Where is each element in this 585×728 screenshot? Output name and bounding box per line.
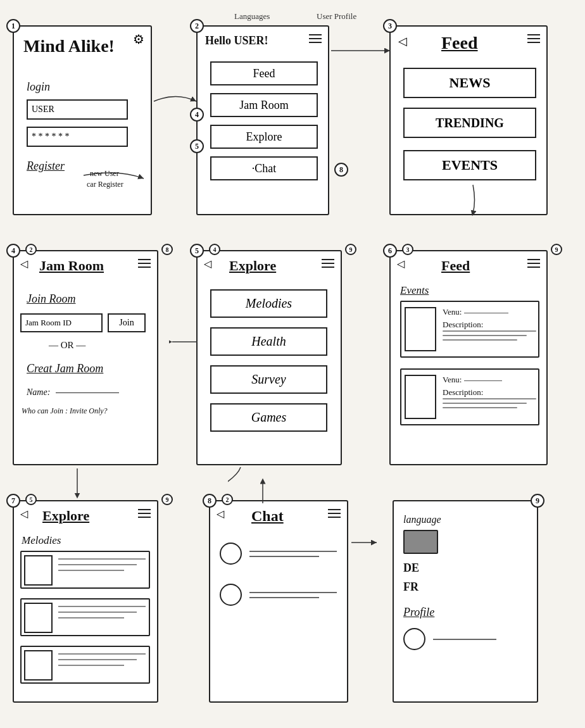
screen-5: 5 ◁ 4 9 Explore Melodies Health Survey G… xyxy=(196,250,342,465)
screen-7: 7 ◁ 5 9 Explore Melodies xyxy=(13,500,158,703)
screen-7-number: 7 xyxy=(6,494,20,508)
melody-card-2[interactable] xyxy=(20,598,150,636)
profile-line xyxy=(433,639,496,640)
screen-7-title: Explore xyxy=(42,508,89,524)
melody-thumb-1 xyxy=(24,555,53,586)
events-button[interactable]: EVENTS xyxy=(403,150,536,180)
badge-9-7: 9 xyxy=(161,494,173,505)
event-card-1: Venu: Description: xyxy=(400,301,539,358)
events-arrow xyxy=(454,182,492,220)
event-thumb-2 xyxy=(405,375,436,419)
badge-2-8: 2 xyxy=(222,494,233,505)
screen-1: 1 Mind Alike! ⚙ login USER * * * * * * R… xyxy=(13,25,152,215)
lang-fr[interactable]: FR xyxy=(403,581,418,594)
screen-4-title: Jam Room xyxy=(39,258,104,274)
chat-lines-1 xyxy=(249,551,337,557)
menu-icon-4[interactable] xyxy=(138,259,151,268)
jam-room-id-input[interactable]: Jam Room ID xyxy=(20,313,103,332)
badge-5-left: 5 xyxy=(190,139,204,153)
top-header-user: User Profile xyxy=(317,11,356,22)
menu-icon-8[interactable] xyxy=(328,509,341,518)
venue-2-label: Venu: xyxy=(443,375,502,385)
language-title: language xyxy=(403,514,441,525)
screen-4: 4 ◁ 2 8 Jam Room Join Room Jam Room ID J… xyxy=(13,250,158,465)
screen-6: 6 ◁ 3 9 Feed Events Venu: Description: xyxy=(389,250,548,465)
profile-avatar xyxy=(403,628,425,650)
menu-icon-7[interactable] xyxy=(138,509,151,518)
melody-card-1[interactable] xyxy=(20,551,150,589)
badge-4-5: 4 xyxy=(209,244,220,255)
password-input[interactable]: * * * * * * xyxy=(27,127,128,147)
new-user-label: new User xyxy=(90,169,119,179)
screen-8-title: Chat xyxy=(251,508,284,525)
chat-item-2[interactable] xyxy=(220,584,337,606)
lang-de[interactable]: DE xyxy=(403,562,419,575)
survey-btn[interactable]: Survey xyxy=(210,365,327,394)
register-link[interactable]: Register xyxy=(27,160,65,173)
melody-lines-2 xyxy=(58,606,146,618)
badge-4-left: 4 xyxy=(190,108,204,122)
event-thumb-1 xyxy=(405,307,436,351)
screen-1-number: 1 xyxy=(6,19,20,33)
screen-6-title: Feed xyxy=(441,258,470,274)
badge-8-right: 8 xyxy=(334,163,348,177)
back-icon-8[interactable]: ◁ xyxy=(217,508,224,520)
screen-2-number: 2 xyxy=(190,19,204,33)
menu-icon-6[interactable] xyxy=(527,259,540,268)
menu-icon-2[interactable] xyxy=(309,34,322,43)
melody-lines-3 xyxy=(58,653,146,666)
desc-1-label: Description: xyxy=(443,320,483,330)
melody-lines-1 xyxy=(58,558,146,571)
who-join-label: Who can Join : Invite Only? xyxy=(22,406,108,416)
explore-button[interactable]: Explore xyxy=(210,125,318,149)
trending-button[interactable]: TRENDING xyxy=(403,108,536,138)
screen-9-number: 9 xyxy=(531,494,544,508)
screen-5-title: Explore xyxy=(229,258,276,274)
language-flag-box xyxy=(403,530,438,554)
join-btn[interactable]: Join xyxy=(108,313,146,332)
health-arrow xyxy=(169,332,201,351)
screen-8: 8 ◁ 2 Chat xyxy=(209,500,348,703)
jam-room-button[interactable]: Jam Room xyxy=(210,93,318,117)
badge-9-5: 9 xyxy=(345,244,356,255)
health-btn[interactable]: Health xyxy=(210,327,327,356)
badge-5-7: 5 xyxy=(25,494,37,505)
car-register-label: car Register xyxy=(87,180,123,189)
desc-lines-1 xyxy=(443,330,536,341)
screen-3-title: Feed xyxy=(441,33,478,53)
back-icon-6[interactable]: ◁ xyxy=(397,258,405,270)
chat-lines-2 xyxy=(249,592,337,598)
login-label: login xyxy=(27,80,50,94)
create-jam-room-label[interactable]: Creat Jam Room xyxy=(27,362,103,375)
back-icon-4[interactable]: ◁ xyxy=(20,258,28,270)
screen-9: 9 language DE FR Profile xyxy=(393,500,538,703)
screen-3: 3 ◁ Feed NEWS TRENDING EVENTS xyxy=(389,25,548,215)
news-button[interactable]: NEWS xyxy=(403,68,536,98)
menu-icon-5[interactable] xyxy=(322,259,334,268)
profile-label[interactable]: Profile xyxy=(403,606,434,619)
join-room-label[interactable]: Join Room xyxy=(27,292,75,306)
melody-card-3[interactable] xyxy=(20,646,150,684)
profile-item[interactable] xyxy=(403,628,496,650)
screen-4-outer-2: 4 xyxy=(6,244,20,258)
arrow-8-to-9 xyxy=(348,533,380,552)
chat-avatar-2 xyxy=(220,584,242,606)
games-btn[interactable]: Games xyxy=(210,403,327,432)
or-divider: — OR — xyxy=(49,340,85,351)
back-icon-3[interactable]: ◁ xyxy=(398,34,407,48)
chat-button[interactable]: ·Chat xyxy=(210,156,318,180)
events-label: Events xyxy=(400,284,429,297)
feed-button[interactable]: Feed xyxy=(210,61,318,85)
melodies-btn[interactable]: Melodies xyxy=(210,289,327,318)
screen-8-number: 8 xyxy=(203,494,217,508)
chat-avatar-1 xyxy=(220,543,242,565)
screen-5-number: 5 xyxy=(190,244,204,258)
back-icon-5[interactable]: ◁ xyxy=(204,258,211,270)
chat-item-1[interactable] xyxy=(220,543,337,565)
back-icon-7[interactable]: ◁ xyxy=(20,508,28,520)
badge-8-4: 8 xyxy=(161,244,173,255)
menu-icon-3[interactable] xyxy=(527,34,540,43)
username-input[interactable]: USER xyxy=(27,99,128,120)
melody-thumb-3 xyxy=(24,650,53,681)
desc-2-label: Description: xyxy=(443,387,483,398)
